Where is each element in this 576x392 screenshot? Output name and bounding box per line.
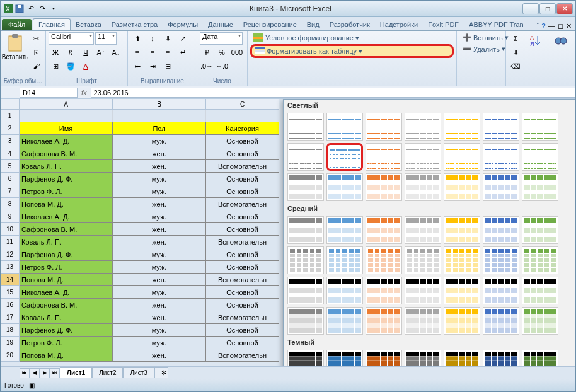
table-style-thumb[interactable] [444,113,480,141]
close-button[interactable]: ✕ [556,3,573,14]
table-style-thumb[interactable] [405,350,441,366]
table-style-thumb[interactable] [483,307,519,335]
data-cell[interactable]: Николаев А. Д. [20,135,113,147]
number-format-combo[interactable]: Дата [200,32,243,45]
find-button[interactable] [550,32,573,84]
table-style-thumb[interactable] [483,143,519,171]
table-style-thumb[interactable] [522,143,558,171]
data-cell[interactable]: жен. [113,349,206,362]
data-cell[interactable]: Основной [206,337,279,349]
header-cell[interactable]: Каиегория [206,122,279,135]
increase-decimal-button[interactable]: .0→ [200,60,214,72]
sheet-tab-3[interactable]: Лист3 [123,367,154,378]
table-style-thumb[interactable] [287,350,324,366]
data-cell[interactable]: Вспомогательн [206,160,279,173]
table-style-thumb[interactable] [522,307,558,335]
table-style-thumb[interactable] [366,216,402,244]
data-cell[interactable]: Основной [206,324,279,337]
data-cell[interactable]: муж. [113,135,206,147]
table-style-thumb[interactable] [522,173,558,201]
cells-insert-button[interactable]: ➕ Вставить ▾ [459,32,503,43]
row-header[interactable]: 15 [1,286,20,299]
last-sheet-button[interactable]: ⏭ [50,368,60,378]
empty-cell[interactable] [20,110,113,122]
tab-developer[interactable]: Разработчик [325,19,375,30]
doc-minimize-icon[interactable]: — [548,22,555,30]
table-style-thumb[interactable] [444,277,480,304]
align-bottom-button[interactable]: ⬇ [161,32,175,45]
format-as-table-button[interactable]: Форматировать как таблицу ▾ [250,44,454,58]
table-style-thumb[interactable] [366,307,402,335]
data-cell[interactable]: муж. [113,261,206,274]
data-cell[interactable]: Основной [206,248,279,261]
merge-button[interactable]: ⊟ [161,60,175,72]
format-painter-button[interactable]: 🖌 [29,60,43,72]
shrink-font-button[interactable]: A↓ [109,46,123,59]
data-cell[interactable]: Вспомогательн [206,349,279,362]
row-header[interactable]: 3 [1,135,20,147]
data-cell[interactable]: жен. [113,274,206,286]
header-cell[interactable]: Пол [113,122,206,135]
data-cell[interactable]: Попова М. Д. [20,349,113,362]
align-top-button[interactable]: ⬆ [130,32,144,45]
paste-button[interactable]: Вставить [3,32,27,77]
tab-data[interactable]: Данные [203,19,238,30]
data-cell[interactable]: Парфенов Д. Ф. [20,173,113,185]
data-cell[interactable]: Вспомогательн [206,236,279,248]
table-style-thumb[interactable] [522,113,558,141]
table-style-thumb[interactable] [405,143,441,171]
minimize-button[interactable]: — [522,3,539,14]
data-cell[interactable]: жен. [113,160,206,173]
tab-home[interactable]: Главная [33,18,71,30]
data-cell[interactable]: Вспомогательн [206,311,279,324]
sheet-tab-2[interactable]: Лист2 [92,367,123,378]
table-style-thumb[interactable] [287,173,324,201]
table-style-thumb[interactable] [326,350,363,366]
table-style-thumb[interactable] [483,113,519,141]
borders-button[interactable]: ⊞ [49,60,62,72]
fill-color-button[interactable]: 🪣 [64,60,78,72]
select-all-corner[interactable] [1,99,20,110]
data-cell[interactable]: Основной [206,286,279,299]
formula-bar[interactable]: 23.06.2016 [91,88,575,98]
tab-file[interactable]: Файл [2,19,32,30]
data-cell[interactable]: муж. [113,173,206,185]
table-style-thumb[interactable] [287,277,324,304]
doc-restore-icon[interactable]: ◻ [558,22,563,30]
data-cell[interactable]: Сафронова В. М. [20,147,113,160]
row-header[interactable]: 16 [1,299,20,311]
table-style-thumb[interactable] [405,246,441,274]
empty-cell[interactable] [206,110,279,122]
copy-button[interactable]: ⎘ [29,46,43,59]
table-style-thumb[interactable] [405,307,441,335]
col-header-B[interactable]: B [113,99,206,110]
data-cell[interactable]: Основной [206,185,279,198]
data-cell[interactable]: Основной [206,173,279,185]
sheet-tab-1[interactable]: Лист1 [60,367,92,378]
row-header[interactable]: 10 [1,223,20,236]
data-cell[interactable]: муж. [113,337,206,349]
tab-addins[interactable]: Надстройки [375,19,423,30]
data-cell[interactable]: Коваль Л. П. [20,236,113,248]
wrap-text-button[interactable]: ↵ [176,46,190,59]
tab-layout[interactable]: Разметка стра [107,19,163,30]
table-style-thumb[interactable] [366,277,402,304]
table-style-thumb[interactable] [522,216,558,244]
table-style-thumb[interactable] [366,143,402,171]
table-style-thumb[interactable] [483,246,519,274]
font-name-combo[interactable]: Calibri [49,32,94,45]
table-style-thumb[interactable] [326,216,363,244]
data-cell[interactable]: Николаев А. Д. [20,286,113,299]
tab-view[interactable]: Вид [302,19,325,30]
data-cell[interactable]: Вспомогательн [206,274,279,286]
clear-button[interactable]: ⌫ [509,60,522,72]
sort-filter-button[interactable]: АЯ [524,32,548,84]
table-style-thumb[interactable] [326,246,363,274]
tab-abbyy[interactable]: ABBYY PDF Tran [464,19,529,30]
bold-button[interactable]: Ж [49,46,62,59]
table-style-thumb[interactable] [326,113,363,141]
data-cell[interactable]: жен. [113,311,206,324]
row-header[interactable]: 12 [1,248,20,261]
data-cell[interactable]: муж. [113,286,206,299]
row-header[interactable]: 1 [1,110,20,122]
